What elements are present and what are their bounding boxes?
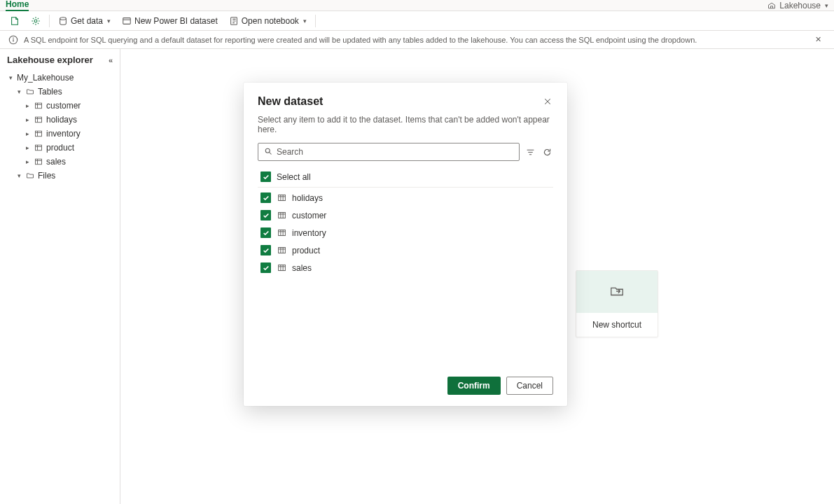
settings-button[interactable] (27, 15, 45, 27)
dataset-item[interactable]: inventory (258, 224, 553, 241)
chevron-down-icon: ▾ (7, 74, 14, 81)
sidebar: Lakehouse explorer « ▾ My_Lakehouse ▾ Ta… (0, 49, 120, 504)
svg-rect-5 (13, 39, 13, 42)
notebook-icon (229, 16, 239, 26)
refresh-button[interactable] (541, 146, 553, 158)
table-icon (34, 157, 43, 167)
dialog-description: Select any item to add it to the dataset… (258, 115, 553, 134)
collapse-sidebar-icon[interactable]: « (109, 56, 113, 64)
svg-rect-17 (278, 265, 285, 270)
tree-item-label: inventory (46, 129, 81, 139)
dataset-item[interactable]: customer (258, 206, 553, 224)
table-icon (277, 246, 286, 255)
tree-item-label: holidays (46, 115, 77, 125)
item-label: holidays (292, 193, 323, 203)
new-shortcut-card[interactable]: New shortcut (576, 270, 658, 337)
checkbox-checked[interactable] (260, 210, 271, 220)
tree-tables-label: Tables (38, 87, 62, 97)
tab-home[interactable]: Home (6, 0, 29, 11)
tree-root-label: My_Lakehouse (17, 73, 74, 83)
svg-rect-15 (278, 230, 285, 235)
dataset-icon (122, 16, 132, 26)
gear-icon (31, 16, 41, 26)
new-dataset-dialog: New dataset Select any item to add it to… (244, 83, 567, 406)
filter-button[interactable] (524, 146, 536, 158)
tree-table-item[interactable]: ▸ product (0, 141, 120, 155)
lakehouse-label: Lakehouse (779, 1, 821, 10)
svg-rect-9 (36, 131, 42, 136)
open-notebook-label: Open notebook (242, 16, 299, 26)
chevron-right-icon: ▸ (24, 102, 31, 109)
checkbox-checked[interactable] (260, 245, 271, 255)
tree-root[interactable]: ▾ My_Lakehouse (0, 71, 120, 85)
item-label: inventory (292, 228, 326, 238)
checkbox-checked[interactable] (260, 262, 271, 273)
tree-table-item[interactable]: ▸ inventory (0, 127, 120, 141)
search-box[interactable] (258, 143, 520, 161)
open-notebook-button[interactable]: Open notebook ▾ (225, 15, 311, 27)
checkbox-checked[interactable] (260, 227, 271, 238)
close-button[interactable] (542, 95, 553, 109)
table-icon (277, 211, 286, 220)
new-powerbi-dataset-button[interactable]: New Power BI dataset (118, 15, 222, 27)
chevron-down-icon: ▾ (15, 172, 22, 179)
chevron-right-icon: ▸ (24, 144, 31, 151)
tree-item-label: sales (46, 157, 66, 167)
dataset-item[interactable]: holidays (258, 189, 553, 206)
get-data-label: Get data (71, 16, 103, 26)
dataset-item[interactable]: sales (258, 259, 553, 276)
chevron-right-icon: ▸ (24, 158, 31, 165)
tree-item-label: product (46, 143, 74, 153)
tree-files[interactable]: ▾ Files (0, 169, 120, 183)
ribbon: Get data ▾ New Power BI dataset Open not… (0, 11, 834, 31)
info-text: A SQL endpoint for SQL querying and a de… (24, 36, 697, 44)
tree-tables[interactable]: ▾ Tables (0, 85, 120, 99)
get-data-button[interactable]: Get data ▾ (54, 15, 115, 27)
tree: ▾ My_Lakehouse ▾ Tables ▸ customer ▸ (0, 71, 120, 183)
info-dismiss[interactable]: ✕ (811, 34, 826, 46)
search-input[interactable] (277, 147, 513, 157)
chevron-down-icon: ▾ (107, 18, 111, 24)
new-dataset-label: New Power BI dataset (134, 16, 218, 26)
tree-table-item[interactable]: ▸ sales (0, 155, 120, 169)
item-label: product (292, 246, 320, 255)
table-icon (277, 263, 286, 273)
table-icon (34, 101, 43, 111)
tree-table-item[interactable]: ▸ customer (0, 99, 120, 113)
svg-point-6 (13, 37, 14, 38)
table-icon (34, 129, 43, 139)
svg-point-12 (265, 148, 270, 153)
item-label: sales (292, 263, 312, 273)
svg-rect-10 (36, 145, 42, 150)
sidebar-title: Lakehouse explorer (7, 55, 93, 65)
cancel-button[interactable]: Cancel (506, 377, 553, 395)
chevron-right-icon: ▸ (24, 116, 31, 123)
svg-rect-14 (278, 212, 285, 218)
dataset-item[interactable]: product (258, 241, 553, 259)
table-icon (277, 193, 286, 203)
tree-table-item[interactable]: ▸ holidays (0, 113, 120, 127)
shortcut-icon (609, 284, 625, 301)
confirm-button[interactable]: Confirm (447, 377, 501, 395)
shortcut-card-visual (576, 271, 658, 313)
chevron-right-icon: ▸ (24, 130, 31, 137)
tree-files-label: Files (38, 171, 55, 181)
svg-point-0 (34, 20, 37, 22)
lakehouse-icon (767, 1, 777, 10)
tree-item-label: customer (46, 101, 81, 111)
folder-icon (25, 87, 35, 97)
checkbox-checked[interactable] (260, 172, 271, 182)
separator (49, 15, 50, 27)
search-icon (264, 147, 272, 158)
table-icon (34, 115, 43, 125)
shortcut-label: New shortcut (592, 320, 641, 330)
select-all-row[interactable]: Select all (258, 168, 553, 188)
dialog-title: New dataset (258, 95, 323, 108)
lakehouse-selector[interactable]: Lakehouse ▾ (767, 1, 828, 10)
table-icon (277, 228, 286, 238)
info-icon (8, 35, 18, 45)
new-file-button[interactable] (6, 15, 24, 27)
separator (315, 15, 316, 27)
checkbox-checked[interactable] (260, 192, 271, 203)
select-all-label: Select all (277, 172, 311, 182)
